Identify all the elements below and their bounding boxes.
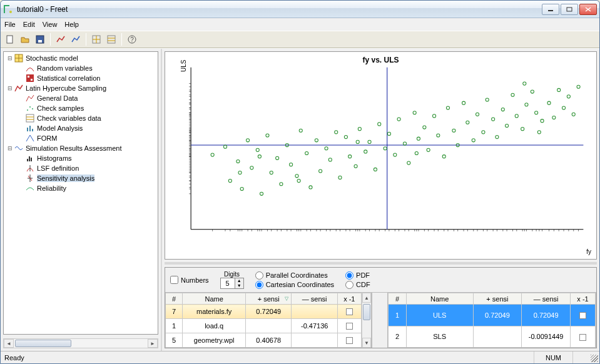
svg-point-267 — [547, 101, 551, 104]
table-row[interactable]: 5geometry.wpl0.40678 — [166, 333, 362, 348]
svg-point-249 — [462, 101, 465, 104]
svg-point-231 — [374, 168, 377, 171]
svg-point-220 — [319, 169, 322, 173]
svg-point-269 — [557, 88, 561, 91]
x-axis-label: fy — [586, 248, 591, 255]
svg-point-251 — [472, 139, 475, 142]
menu-file[interactable]: File — [4, 21, 16, 28]
chart-a-button[interactable] — [54, 33, 68, 46]
left-table-wrap: #Name+ sensi▽— sensix -17materials.fy0.7… — [165, 293, 372, 348]
tree-item[interactable]: Model Analysis — [5, 123, 156, 133]
help-button[interactable]: ? — [125, 33, 139, 46]
menu-edit[interactable]: Edit — [23, 21, 35, 28]
table-row[interactable]: 2SLS-0.0091449 — [389, 326, 596, 348]
cdf-radio[interactable]: CDF — [345, 281, 370, 289]
numbers-checkbox[interactable]: Numbers — [170, 276, 209, 284]
tree-view[interactable]: ⊟Stochastic modelRandom variablesStatist… — [3, 51, 158, 335]
table-row[interactable]: 7materials.fy0.72049 — [166, 305, 362, 319]
menu-view[interactable]: View — [43, 21, 58, 28]
svg-point-243 — [432, 114, 435, 118]
parallel-radio[interactable]: Parallel Coordinates — [255, 271, 334, 280]
tree-item[interactable]: Histograms — [5, 153, 156, 163]
svg-point-218 — [309, 186, 312, 189]
svg-point-268 — [552, 116, 556, 119]
svg-rect-29 — [27, 159, 28, 161]
svg-rect-9 — [108, 36, 115, 43]
digits-spinner[interactable]: ▲▼ — [220, 278, 244, 289]
svg-point-240 — [417, 137, 420, 140]
svg-point-254 — [486, 98, 489, 101]
svg-point-201 — [223, 145, 226, 148]
chart-red-icon — [14, 84, 24, 93]
results-table[interactable]: #Name+ sensi— sensix -11ULS0.720490.7204… — [388, 293, 596, 348]
tree-item[interactable]: Check variables data — [5, 113, 156, 123]
svg-point-22 — [32, 108, 33, 109]
svg-point-236 — [397, 118, 400, 121]
new-button[interactable] — [3, 33, 17, 46]
tree-item[interactable]: Sensitivity analysis — [5, 173, 156, 183]
resize-grip[interactable] — [591, 355, 598, 362]
svg-point-216 — [299, 129, 302, 132]
vertical-splitter[interactable] — [165, 262, 597, 265]
svg-point-214 — [290, 163, 293, 166]
table-row[interactable]: 1load.q-0.47136 — [166, 319, 362, 333]
svg-point-275 — [415, 151, 418, 154]
svg-point-233 — [384, 147, 387, 150]
grid-yellow-icon — [14, 54, 24, 63]
grid-a-button[interactable] — [89, 33, 103, 46]
svg-point-252 — [475, 113, 479, 116]
svg-point-21 — [29, 106, 31, 108]
svg-point-279 — [238, 171, 242, 174]
right-table-wrap: #Name+ sensi— sensix -11ULS0.720490.7204… — [388, 293, 596, 348]
svg-point-253 — [482, 131, 485, 134]
table-row[interactable]: 1ULS0.720490.72049 — [389, 305, 596, 326]
scatter-plot — [165, 52, 596, 245]
save-button[interactable] — [33, 33, 47, 46]
titlebar[interactable]: tutorial0 - Freet — [1, 1, 599, 18]
maximize-button[interactable] — [561, 4, 578, 15]
svg-point-239 — [413, 111, 416, 114]
wave-icon — [14, 144, 24, 153]
tree-item[interactable]: ⊟Latin Hypercube Sampling — [5, 83, 156, 93]
open-button[interactable] — [18, 33, 32, 46]
tree-item[interactable]: FORM — [5, 133, 156, 143]
minimize-button[interactable] — [542, 4, 559, 15]
chart-b-button[interactable] — [69, 33, 83, 46]
tree-item[interactable]: LSF definition — [5, 163, 156, 173]
tree-item[interactable]: Statistical correlation — [5, 73, 156, 83]
svg-point-237 — [403, 142, 406, 145]
variables-table[interactable]: #Name+ sensi▽— sensix -17materials.fy0.7… — [165, 293, 362, 348]
svg-point-278 — [258, 155, 261, 158]
tree-item[interactable]: ⊟Simulation Results Assessment — [5, 143, 156, 153]
svg-rect-31 — [31, 158, 32, 161]
svg-point-265 — [541, 119, 544, 123]
svg-point-212 — [280, 183, 283, 186]
tree-item[interactable]: Random variables — [5, 63, 156, 73]
svg-point-224 — [338, 176, 342, 179]
menu-help[interactable]: Help — [64, 21, 79, 28]
svg-point-238 — [407, 161, 410, 164]
svg-rect-3 — [7, 36, 13, 43]
svg-rect-18 — [28, 76, 29, 78]
svg-point-209 — [266, 134, 269, 137]
svg-rect-17 — [26, 74, 34, 82]
close-button[interactable] — [579, 4, 597, 15]
tree-item[interactable]: ⊟Stochastic model — [5, 53, 156, 63]
svg-point-223 — [335, 131, 338, 134]
pdf-radio[interactable]: PDF — [345, 271, 370, 280]
chart-panel[interactable]: fy vs. ULS ULS fy — [165, 51, 597, 260]
tree-item[interactable]: General Data — [5, 93, 156, 103]
cartesian-radio[interactable]: Cartesian Coordinates — [255, 281, 334, 289]
svg-point-207 — [256, 148, 259, 151]
svg-point-277 — [297, 179, 300, 183]
grid-b-button[interactable] — [104, 33, 118, 46]
sens-icon — [25, 174, 35, 183]
tree-item[interactable]: Reliability — [5, 183, 156, 193]
left-table-scrollbar[interactable]: ▲▼ — [362, 293, 371, 348]
svg-point-225 — [344, 136, 347, 139]
svg-point-227 — [354, 164, 357, 168]
tree-item[interactable]: Check samples — [5, 103, 156, 113]
svg-point-226 — [348, 155, 352, 158]
sidebar-hscrollbar[interactable]: ◄► — [3, 338, 158, 348]
svg-point-208 — [260, 192, 263, 195]
